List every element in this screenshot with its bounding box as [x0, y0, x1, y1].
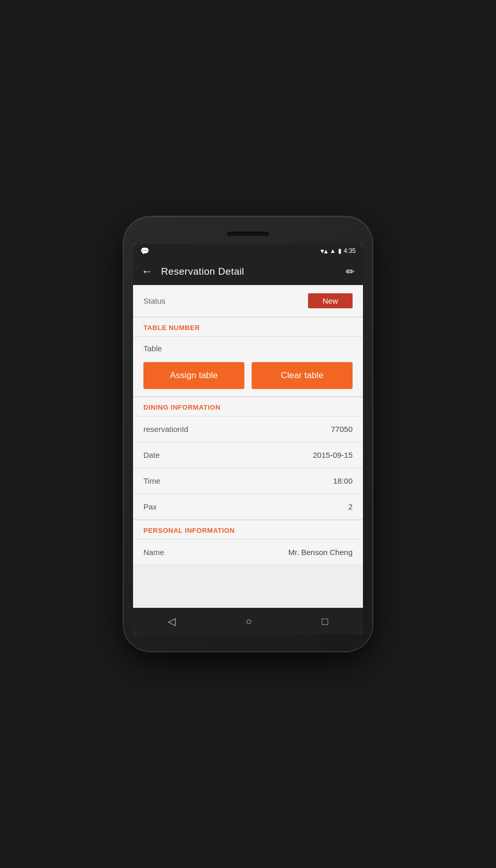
time-value: 18:00 — [333, 476, 353, 485]
reservation-id-key: reservationId — [143, 425, 188, 433]
name-value: Mr. Benson Cheng — [288, 548, 353, 557]
phone-top-bar — [133, 226, 363, 242]
phone-speaker — [227, 232, 269, 236]
date-row: Date 2015-09-15 — [133, 442, 363, 468]
wifi-icon: ▾▴ — [320, 247, 328, 255]
edit-button[interactable]: ✏ — [346, 265, 355, 278]
pax-value: 2 — [348, 502, 353, 511]
status-bar-right: ▾▴ ▲ ▮ 4:35 — [320, 247, 356, 255]
table-label: Table — [143, 344, 353, 353]
reservation-id-row: reservationId 77050 — [133, 416, 363, 442]
signal-icon: ▲ — [330, 247, 336, 255]
phone-bottom-area — [133, 635, 363, 642]
table-buttons: Assign table Clear table — [143, 362, 353, 389]
phone-device: 💬 ▾▴ ▲ ▮ 4:35 ← Reservation Detail ✏ Sta… — [124, 217, 372, 651]
dining-header-text: DINING INFORMATION — [143, 403, 221, 411]
clock: 4:35 — [344, 247, 356, 255]
table-number-header-text: TABLE NUMBER — [143, 324, 200, 332]
status-label: Status — [143, 296, 166, 305]
clear-table-button[interactable]: Clear table — [252, 362, 353, 389]
name-key: Name — [143, 548, 164, 557]
dining-section-header: DINING INFORMATION — [133, 397, 363, 416]
status-bar-left: 💬 — [140, 247, 149, 255]
personal-header-text: PERSONAL INFORMATION — [143, 527, 235, 534]
nav-bar: ◁ ○ □ — [133, 608, 363, 635]
status-bar: 💬 ▾▴ ▲ ▮ 4:35 — [133, 244, 363, 258]
personal-info-section: Name Mr. Benson Cheng — [133, 540, 363, 565]
battery-icon: ▮ — [338, 247, 342, 255]
nav-home-button[interactable]: ○ — [235, 613, 262, 630]
pax-key: Pax — [143, 502, 157, 511]
dining-info-section: reservationId 77050 Date 2015-09-15 Time… — [133, 416, 363, 520]
personal-section-header: PERSONAL INFORMATION — [133, 520, 363, 540]
app-bar: ← Reservation Detail ✏ — [133, 258, 363, 285]
name-row: Name Mr. Benson Cheng — [133, 540, 363, 565]
date-value: 2015-09-15 — [313, 451, 353, 459]
back-button[interactable]: ← — [141, 265, 153, 278]
assign-table-button[interactable]: Assign table — [143, 362, 244, 389]
table-number-section-header: TABLE NUMBER — [133, 317, 363, 337]
phone-screen: 💬 ▾▴ ▲ ▮ 4:35 ← Reservation Detail ✏ Sta… — [133, 244, 363, 635]
content-area: Status New TABLE NUMBER Table Assign tab… — [133, 285, 363, 608]
status-badge: New — [308, 293, 353, 308]
nav-back-button[interactable]: ◁ — [157, 613, 186, 630]
pax-row: Pax 2 — [133, 494, 363, 520]
time-key: Time — [143, 476, 161, 485]
table-section: Table Assign table Clear table — [133, 337, 363, 397]
page-title: Reservation Detail — [161, 266, 338, 277]
date-key: Date — [143, 451, 160, 459]
notification-icon: 💬 — [140, 247, 149, 255]
reservation-id-value: 77050 — [331, 425, 353, 433]
time-row: Time 18:00 — [133, 468, 363, 494]
status-row: Status New — [133, 285, 363, 317]
nav-recent-button[interactable]: □ — [311, 613, 338, 630]
